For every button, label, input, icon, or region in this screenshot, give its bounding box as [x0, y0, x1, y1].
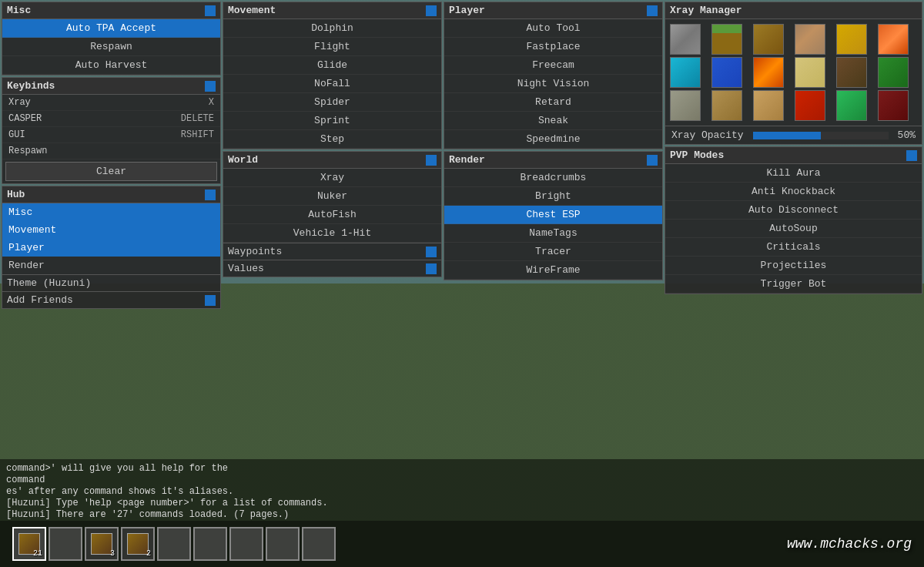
movement-indicator	[426, 5, 437, 16]
xray-block-grass[interactable]	[711, 24, 742, 55]
xray-block-water[interactable]	[711, 57, 742, 88]
pvp-item[interactable]: Trigger Bot	[665, 275, 922, 294]
hotbar-slot-7[interactable]	[229, 527, 263, 561]
add-friends-row[interactable]: Add Friends	[2, 291, 220, 308]
movement-item[interactable]: Spider	[223, 93, 441, 112]
hotbar-slot-3[interactable]: 3	[85, 527, 119, 561]
clear-button[interactable]: Clear	[5, 162, 217, 181]
xray-block-lava[interactable]	[753, 57, 784, 88]
player-item[interactable]: Auto Tool	[444, 19, 662, 38]
player-item[interactable]: Fastplace	[444, 38, 662, 56]
hub-item[interactable]: Render	[2, 257, 220, 274]
opacity-label: Xray Opacity	[671, 129, 744, 141]
hotbar-item	[91, 533, 112, 555]
player-items: Auto ToolFastplaceFreecamNight VisionRet…	[444, 19, 662, 149]
keybind-item[interactable]: CASPERDELETE	[2, 111, 220, 127]
hotbar-slot-9[interactable]	[302, 527, 336, 561]
slot-count: 3	[110, 549, 115, 558]
hotbar-slot-4[interactable]: 2	[121, 527, 155, 561]
xray-block-coal[interactable]	[795, 24, 825, 55]
xray-block-gold[interactable]	[878, 24, 909, 55]
pvp-item[interactable]: Kill Aura	[665, 164, 922, 183]
movement-panel: Movement DolphinFlightGlideNoFallSpiderS…	[223, 2, 442, 149]
hub-items: MiscMovementPlayerRender	[2, 203, 220, 274]
xray-block-nether[interactable]	[878, 90, 909, 121]
render-item[interactable]: Bright	[444, 187, 662, 206]
world-item[interactable]: AutoFish	[223, 206, 441, 224]
movement-item[interactable]: Glide	[223, 56, 441, 75]
xray-block-planks[interactable]	[753, 90, 784, 121]
misc-title: Misc	[7, 5, 31, 16]
xray-block-sand[interactable]	[795, 57, 825, 88]
pvp-item[interactable]: Projectiles	[665, 257, 922, 275]
xray-block-stone[interactable]	[670, 24, 701, 55]
waypoints-label: Waypoints	[228, 246, 282, 257]
pvp-item[interactable]: AutoSoup	[665, 220, 922, 238]
render-item[interactable]: NameTags	[444, 224, 662, 243]
keybinds-header: Keybinds	[2, 78, 220, 95]
xray-block-wood[interactable]	[711, 90, 742, 121]
keybinds-items: XrayXCASPERDELETEGUIRSHIFTRespawn	[2, 95, 220, 159]
hub-item[interactable]: Misc	[2, 203, 220, 221]
render-item[interactable]: Chest ESP	[444, 206, 662, 224]
world-indicator	[426, 155, 437, 166]
xray-block-dirt[interactable]	[753, 24, 784, 55]
xray-block-redstone[interactable]	[795, 90, 825, 121]
player-item[interactable]: Night Vision	[444, 75, 662, 93]
pvp-item[interactable]: Criticals	[665, 238, 922, 257]
xray-block-emerald[interactable]	[836, 90, 867, 121]
keybind-item[interactable]: GUIRSHIFT	[2, 127, 220, 143]
world-title: World	[228, 154, 258, 166]
hotbar-slot-5[interactable]	[157, 527, 191, 561]
hotbar-slot-2[interactable]	[49, 527, 82, 561]
movement-item[interactable]: NoFall	[223, 75, 441, 93]
xray-block-log[interactable]	[836, 57, 867, 88]
hotbar-slot-1[interactable]: 21	[12, 527, 46, 561]
xray-manager-header: Xray Manager	[665, 2, 922, 19]
world-item[interactable]: Vehicle 1-Hit	[223, 224, 441, 243]
hub-item[interactable]: Player	[2, 239, 220, 257]
slot-count: 21	[33, 549, 42, 558]
render-item[interactable]: WireFrame	[444, 261, 662, 280]
opacity-bar[interactable]	[753, 132, 889, 139]
chat-line: [Huzuni] There are '27' commands loaded.…	[6, 509, 918, 520]
keybind-item[interactable]: XrayX	[2, 95, 220, 111]
pvp-header: PVP Modes	[665, 147, 922, 164]
player-item[interactable]: Retard	[444, 93, 662, 112]
world-item[interactable]: Nuker	[223, 187, 441, 206]
misc-item[interactable]: Respawn	[2, 38, 220, 56]
keybind-item[interactable]: Respawn	[2, 143, 220, 159]
theme-row[interactable]: Theme (Huzuni)	[2, 274, 220, 291]
xray-block-leaves[interactable]	[878, 57, 909, 88]
hotbar-slot-8[interactable]	[266, 527, 300, 561]
render-item[interactable]: Breadcrumbs	[444, 169, 662, 187]
movement-item[interactable]: Step	[223, 130, 441, 149]
keybind-key: DELETE	[181, 113, 214, 124]
xray-block-iron[interactable]	[836, 24, 867, 55]
hotbar-slot-6[interactable]	[193, 527, 227, 561]
player-item[interactable]: Speedmine	[444, 130, 662, 149]
hub-item[interactable]: Movement	[2, 221, 220, 239]
movement-item[interactable]: Sprint	[223, 112, 441, 130]
render-item[interactable]: Tracer	[444, 243, 662, 261]
player-item[interactable]: Sneak	[444, 112, 662, 130]
misc-item[interactable]: Auto Harvest	[2, 56, 220, 75]
values-row[interactable]: Values	[223, 260, 441, 277]
opacity-value: 50%	[898, 129, 916, 141]
hub-header: Hub	[2, 186, 220, 203]
player-item[interactable]: Freecam	[444, 56, 662, 75]
chat-line: command>' will give you all help for the	[6, 463, 918, 474]
xray-block-gravel[interactable]	[670, 90, 701, 121]
world-item[interactable]: Xray	[223, 169, 441, 187]
movement-item[interactable]: Flight	[223, 38, 441, 56]
slot-count: 2	[146, 549, 151, 558]
pvp-item[interactable]: Auto Disconnect	[665, 201, 922, 220]
waypoints-row[interactable]: Waypoints	[223, 243, 441, 260]
misc-item[interactable]: Auto TPA Accept	[2, 19, 220, 38]
keybind-name: GUI	[8, 129, 25, 140]
render-indicator	[647, 155, 658, 166]
movement-item[interactable]: Dolphin	[223, 19, 441, 38]
xray-block-diamond[interactable]	[670, 57, 701, 88]
movement-title: Movement	[228, 5, 276, 16]
pvp-item[interactable]: Anti Knockback	[665, 183, 922, 201]
